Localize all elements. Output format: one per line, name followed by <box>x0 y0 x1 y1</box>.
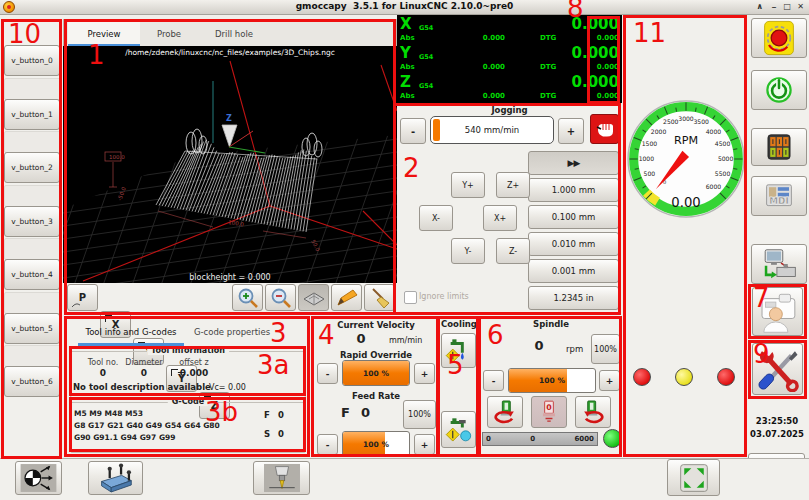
jog-mode-button[interactable] <box>590 114 619 144</box>
rapid-minus-button[interactable]: - <box>317 363 338 384</box>
dtg-label: DTG <box>540 63 556 71</box>
dtg-label: DTG <box>540 92 556 100</box>
jog-speed-plus-button[interactable]: + <box>558 118 584 144</box>
jog-y-minus-button[interactable]: Y- <box>451 238 485 264</box>
spindle-stop-button[interactable]: 0 <box>531 396 567 428</box>
ignore-limits-checkbox[interactable] <box>404 291 417 304</box>
rapid-override-bar[interactable]: 100 % <box>342 360 410 386</box>
increment-button-1[interactable]: 0.100 mm <box>528 205 619 229</box>
active-mcodes: M5 M9 M48 M53 <box>74 409 143 418</box>
v-button-6[interactable]: v_button_6 <box>4 366 60 397</box>
ignore-limits-label: Ignore limits <box>419 292 469 301</box>
jog-z-plus-button[interactable]: Z+ <box>496 172 530 198</box>
spindle-rpm-value: 0 <box>524 337 554 354</box>
feed-override-value: 100 % <box>363 440 389 449</box>
axis-letter: X <box>400 15 412 33</box>
jog-speed-minus-button[interactable]: - <box>400 118 426 144</box>
spindle-range-max: 6000 <box>575 435 594 443</box>
maximize-button[interactable]: □ <box>783 2 791 11</box>
jog-x-plus-button[interactable]: X+ <box>483 205 517 231</box>
spindle-cw-button[interactable] <box>575 396 611 428</box>
auto-mode-button[interactable] <box>751 244 807 284</box>
rapid-plus-button[interactable]: + <box>414 363 435 384</box>
jog-z-minus-button[interactable]: Z- <box>496 238 530 264</box>
increment-button-4[interactable]: 1.2345 in <box>528 286 619 310</box>
abs-value: 0.000 <box>457 92 505 100</box>
v-button-4[interactable]: v_button_4 <box>4 259 60 290</box>
velocity-unit: mm/min <box>389 336 422 345</box>
tab-gcode-properties[interactable]: G-code properties <box>188 320 276 344</box>
spindle-plus-button[interactable]: + <box>599 370 620 391</box>
spindle-override-bar[interactable]: 100 % <box>508 368 596 393</box>
estop-button[interactable] <box>751 18 807 58</box>
tab-preview[interactable]: Preview <box>68 21 140 46</box>
abs-value: 0.000 <box>457 34 505 42</box>
spindle-ccw-icon <box>490 398 520 426</box>
annotation-label-2: 2 <box>403 155 420 181</box>
feed-minus-button[interactable]: - <box>317 434 338 455</box>
abs-label: Abs <box>400 34 415 42</box>
touch-off-button[interactable] <box>15 461 62 495</box>
increment-button-3[interactable]: 0.001 mm <box>528 259 619 283</box>
feed-override-bar[interactable]: 100 % <box>342 431 410 457</box>
zoom-out-button[interactable] <box>265 284 296 311</box>
spindle-stop-icon: 0 <box>536 398 562 426</box>
power-button[interactable] <box>751 70 807 110</box>
window-title: gmoccapy 3.5.1 for LinuxCNC 2.10.0~pre0 <box>0 1 809 11</box>
tab-drill-hole[interactable]: Drill hole <box>198 21 270 46</box>
spindle-override-value: 100 % <box>539 376 565 385</box>
tab-probe[interactable]: Probe <box>140 21 198 46</box>
auto-run-icon <box>756 246 802 282</box>
dro-panel[interactable]: X G54 0.000 Abs 0.000 DTG 0.000 Y G54 0.… <box>397 15 622 103</box>
spindle-minus-button[interactable]: - <box>483 370 504 391</box>
axis-letter: Z <box>400 73 411 91</box>
jog-x-minus-button[interactable]: X- <box>419 205 453 231</box>
increment-button-0[interactable]: 1.000 mm <box>528 178 619 202</box>
v-button-5[interactable]: v_button_5 <box>4 313 60 344</box>
jog-speed-slider[interactable]: 540 mm/min <box>430 116 554 144</box>
file-path-bar: /home/zdenek/linuxcnc/nc_files/examples/… <box>63 46 397 59</box>
jog-y-plus-button[interactable]: Y+ <box>451 172 485 198</box>
feed-reset-button[interactable]: 100% <box>403 400 436 429</box>
tool-description: No tool description available <box>73 382 211 392</box>
close-button[interactable]: ✕ <box>797 2 804 11</box>
gcode-frame: G-Code M5 M9 M48 M53 G8 G17 G21 G40 G49 … <box>70 402 306 453</box>
shade-button[interactable]: ∧ <box>757 2 764 11</box>
v-button-0[interactable]: v_button_0 <box>4 45 60 76</box>
minimize-button[interactable]: _ <box>772 0 776 8</box>
preview-toolbar: P X Y Y Z <box>63 283 397 314</box>
zoom-in-button[interactable] <box>232 284 263 311</box>
spindle-rpm-unit: rpm <box>566 344 583 354</box>
clear-plot-button[interactable] <box>364 284 395 311</box>
settings-button[interactable] <box>752 287 803 336</box>
v-button-3[interactable]: v_button_3 <box>4 206 60 237</box>
empty-slot <box>4 292 62 314</box>
dimensions-button[interactable] <box>331 284 362 311</box>
tab-tool-info[interactable]: Tool info and G-codes <box>78 320 184 344</box>
fullscreen-button[interactable] <box>667 459 720 496</box>
spindle-ccw-button[interactable] <box>487 396 523 428</box>
increment-button-2[interactable]: 0.010 mm <box>528 232 619 256</box>
v-button-1[interactable]: v_button_1 <box>4 99 60 130</box>
abs-value: 0.000 <box>457 63 505 71</box>
continuous-jog-button[interactable]: ▶▶ <box>528 151 619 175</box>
dro-main-value: 0.000 <box>572 73 619 91</box>
touch-plate-button[interactable] <box>88 461 143 495</box>
feed-plus-button[interactable]: + <box>414 434 435 455</box>
flood-button[interactable] <box>441 411 476 448</box>
tooledit-button[interactable] <box>752 343 803 395</box>
flood-icon <box>444 415 474 445</box>
mdi-mode-button[interactable]: MDI <box>751 176 807 216</box>
spindle-reset-button[interactable]: 100% <box>591 334 620 364</box>
empty-slot <box>4 345 62 367</box>
toolpath-toggle-button[interactable] <box>298 284 329 311</box>
offset-z-value: 0.000 <box>169 368 219 378</box>
gauge-rpm-label: RPM <box>674 134 698 147</box>
manual-mode-button[interactable] <box>751 128 807 166</box>
left-button-panel: v_button_0 v_button_1 v_button_2 v_butto… <box>0 15 63 458</box>
view-perspective-button[interactable]: P <box>67 284 98 311</box>
gremlin-preview[interactable]: 100.0 -50.0 100.0 50.0 Z <box>63 59 397 284</box>
v-button-2[interactable]: v_button_2 <box>4 152 60 183</box>
mist-button[interactable] <box>441 333 476 368</box>
tool-measure-button[interactable] <box>253 461 310 495</box>
